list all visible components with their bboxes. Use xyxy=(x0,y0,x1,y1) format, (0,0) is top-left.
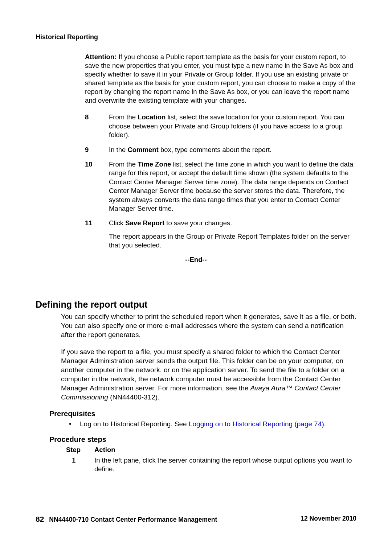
step-text: box, type comments about the report. xyxy=(159,146,272,153)
step-bold: Location xyxy=(138,113,166,121)
bullet-icon: • xyxy=(69,419,80,429)
page-content: Attention: If you choose a Public report… xyxy=(36,53,356,474)
paragraph: You can specify whether to print the sch… xyxy=(61,312,356,339)
document-page: Historical Reporting Attention: If you c… xyxy=(0,0,392,554)
link-text[interactable]: Logging on to Historical Reporting (page… xyxy=(189,420,324,428)
step-bold: Save Report xyxy=(125,219,164,227)
procedure-step-text: In the left pane, click the server conta… xyxy=(94,456,356,474)
footer-doc-title: NN44400-710 Contact Center Performance M… xyxy=(49,516,217,524)
step-text: Click xyxy=(109,219,125,227)
running-header: Historical Reporting xyxy=(36,33,98,41)
page-footer: 82 NN44400-710 Contact Center Performanc… xyxy=(36,515,356,524)
column-header-action: Action xyxy=(94,446,115,454)
attention-label: Attention: xyxy=(85,53,117,61)
step-body: In the Comment box, type comments about … xyxy=(109,145,356,154)
step-number: 8 xyxy=(85,113,109,139)
procedure-table-header: Step Action xyxy=(66,446,356,454)
step-body: From the Time Zone list, select the time… xyxy=(109,160,356,213)
step-text: From the xyxy=(109,160,138,168)
paragraph: If you save the report to a file, you mu… xyxy=(61,347,356,402)
step-after-text: The report appears in the Group or Priva… xyxy=(109,232,356,250)
step-list: 8 From the Location list, select the sav… xyxy=(85,113,356,250)
procedure-heading: Procedure steps xyxy=(49,435,356,444)
step-item: 9 In the Comment box, type comments abou… xyxy=(85,145,356,154)
bullet-pre: Log on to Historical Reporting. See xyxy=(80,420,189,428)
end-marker: --End-- xyxy=(36,256,356,264)
footer-left: 82 NN44400-710 Contact Center Performanc… xyxy=(36,515,217,524)
bullet-list: • Log on to Historical Reporting. See Lo… xyxy=(69,419,356,429)
step-body: Click Save Report to save your changes. … xyxy=(109,219,356,250)
step-bold: Comment xyxy=(127,146,158,153)
step-number: 11 xyxy=(85,219,109,250)
bullet-text: Log on to Historical Reporting. See Logg… xyxy=(80,419,326,429)
procedure-step-number: 1 xyxy=(72,456,94,474)
paragraph-text: (NN44400-312). xyxy=(108,393,160,401)
section-heading: Defining the report output xyxy=(36,299,356,310)
attention-text: If you choose a Public report template a… xyxy=(85,53,355,104)
step-item: 10 From the Time Zone list, select the t… xyxy=(85,160,356,213)
step-text: From the xyxy=(109,113,138,121)
step-bold: Time Zone xyxy=(138,160,171,168)
step-number: 10 xyxy=(85,160,109,213)
attention-block: Attention: If you choose a Public report… xyxy=(85,53,356,105)
step-number: 9 xyxy=(85,145,109,154)
footer-date: 12 November 2010 xyxy=(301,515,356,524)
step-text: to save your changes. xyxy=(164,219,232,227)
prerequisites-heading: Prerequisites xyxy=(49,410,356,418)
procedure-step-row: 1 In the left pane, click the server con… xyxy=(72,456,356,474)
step-item: 8 From the Location list, select the sav… xyxy=(85,113,356,139)
bullet-item: • Log on to Historical Reporting. See Lo… xyxy=(69,419,356,429)
step-text: In the xyxy=(109,146,127,153)
step-text: list, select the time zone in which you … xyxy=(109,160,353,212)
column-header-step: Step xyxy=(66,446,94,454)
bullet-post: . xyxy=(324,420,326,428)
page-number: 82 xyxy=(36,515,44,524)
section-body: You can specify whether to print the sch… xyxy=(61,312,356,402)
step-body: From the Location list, select the save … xyxy=(109,113,356,139)
step-item: 11 Click Save Report to save your change… xyxy=(85,219,356,250)
